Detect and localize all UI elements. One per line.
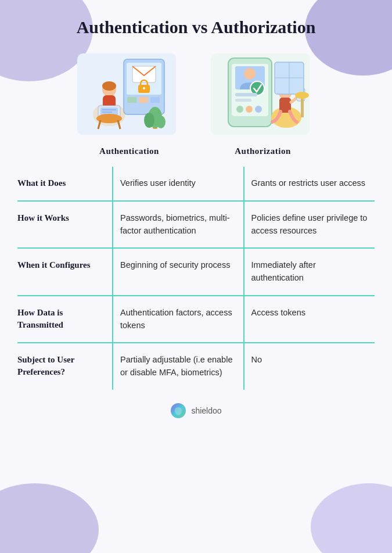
row-authz-value: Grants or restricts user access <box>244 167 375 201</box>
footer: shieldoo <box>17 403 375 425</box>
bg-blob-bottom-right <box>311 483 392 553</box>
svg-point-19 <box>144 113 154 128</box>
row-authz-value: Immediately after authentication <box>244 248 375 296</box>
illustrations-row: Authentication <box>17 53 375 156</box>
row-authz-value: Access tokens <box>244 296 375 343</box>
svg-point-20 <box>156 116 166 128</box>
auth-label: Authentication <box>99 146 159 156</box>
auth-illustration <box>77 53 182 141</box>
svg-point-28 <box>244 68 256 80</box>
svg-point-11 <box>102 81 116 91</box>
row-authz-value: Policies define user privilege to access… <box>244 201 375 249</box>
bg-blob-bottom-left <box>0 483 99 553</box>
table-row: What it DoesVerifies user identityGrants… <box>17 167 375 201</box>
footer-logo-icon <box>170 403 186 419</box>
svg-point-33 <box>246 106 253 113</box>
svg-rect-7 <box>139 97 148 103</box>
row-auth-value: Authentication factors, access tokens <box>113 296 244 343</box>
row-label: Subject to User Preferences? <box>17 343 113 390</box>
row-auth-value: Verifies user identity <box>113 167 244 201</box>
table-row: Subject to User Preferences?Partially ad… <box>17 343 375 390</box>
row-auth-value: Beginning of security process <box>113 248 244 296</box>
svg-point-32 <box>236 106 243 113</box>
comparison-table: What it DoesVerifies user identityGrants… <box>17 167 375 390</box>
svg-rect-30 <box>235 93 257 96</box>
row-label: What it Does <box>17 167 113 201</box>
authz-label: Authorization <box>235 146 291 156</box>
svg-point-34 <box>255 106 262 113</box>
row-label: When it Configures <box>17 248 113 296</box>
svg-rect-6 <box>127 97 136 103</box>
svg-rect-8 <box>150 97 160 103</box>
svg-point-5 <box>143 87 145 89</box>
svg-point-45 <box>295 92 309 99</box>
main-content: Authentication vs Authorization <box>0 0 392 436</box>
row-label: How Data is Transmitted <box>17 296 113 343</box>
row-authz-value: No <box>244 343 375 390</box>
table-row: How it WorksPasswords, biometrics, multi… <box>17 201 375 249</box>
svg-rect-31 <box>235 99 251 102</box>
row-auth-value: Passwords, biometrics, multi-factor auth… <box>113 201 244 249</box>
authz-illustration-block: Authorization <box>208 53 318 156</box>
page-title: Authentication vs Authorization <box>17 17 375 37</box>
table-row: How Data is TransmittedAuthentication fa… <box>17 296 375 343</box>
authz-illustration <box>211 53 315 141</box>
row-label: How it Works <box>17 201 113 249</box>
auth-illustration-block: Authentication <box>74 53 185 156</box>
footer-brand: shieldoo <box>191 406 221 415</box>
row-auth-value: Partially adjustable (i.e enable or disa… <box>113 343 244 390</box>
table-row: When it ConfiguresBeginning of security … <box>17 248 375 296</box>
